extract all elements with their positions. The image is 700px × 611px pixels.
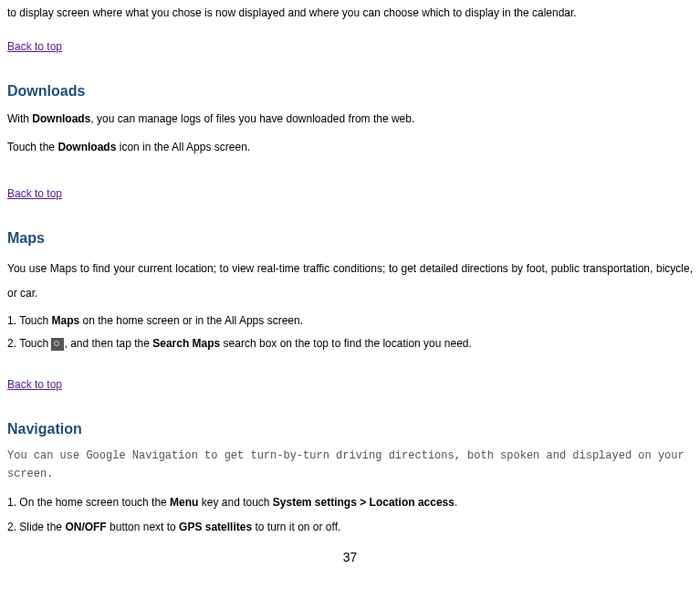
text: 2. Slide the xyxy=(7,521,65,533)
text: icon in the All Apps screen. xyxy=(116,141,250,153)
back-to-top-link-2[interactable]: Back to top xyxy=(7,185,62,203)
navigation-description: You can use Google Navigation to get tur… xyxy=(7,448,693,482)
navigation-heading: Navigation xyxy=(7,417,693,441)
text: 2. Touch xyxy=(7,337,51,350)
downloads-heading: Downloads xyxy=(7,79,693,103)
navigation-step-2: 2. Slide the ON/OFF button next to GPS s… xyxy=(7,519,693,536)
intro-continuation: to display screen where what you chose i… xyxy=(7,5,693,22)
downloads-bold: Downloads xyxy=(57,141,116,153)
downloads-paragraph-1: With Downloads, you can manage logs of f… xyxy=(7,111,693,128)
text: to turn it on or off. xyxy=(252,521,340,533)
back-to-top-link-3[interactable]: Back to top xyxy=(7,376,62,394)
path-bold: System settings > Location access xyxy=(273,496,454,509)
maps-heading: Maps xyxy=(7,226,693,250)
text: on the home screen or in the All Apps sc… xyxy=(79,314,303,327)
search-icon xyxy=(51,338,64,351)
text: key and touch xyxy=(198,496,272,509)
text: 1. On the home screen touch the xyxy=(7,496,170,509)
text: With xyxy=(7,112,32,125)
text: Touch the xyxy=(7,141,57,153)
maps-bold: Maps xyxy=(51,314,79,327)
menu-bold: Menu xyxy=(170,496,198,509)
page-number: 37 xyxy=(7,547,693,567)
search-maps-bold: Search Maps xyxy=(152,337,220,350)
onoff-bold: ON/OFF xyxy=(65,521,106,533)
text: . xyxy=(454,496,457,509)
downloads-paragraph-2: Touch the Downloads icon in the All Apps… xyxy=(7,139,693,156)
text: , you can manage logs of files you have … xyxy=(90,112,414,125)
text: button next to xyxy=(107,521,179,533)
text: 1. Touch xyxy=(7,314,51,327)
downloads-bold: Downloads xyxy=(32,112,90,125)
gps-bold: GPS satellites xyxy=(179,521,252,533)
maps-step-1: 1. Touch Maps on the home screen or in t… xyxy=(7,312,693,330)
maps-step-2: 2. Touch , and then tap the Search Maps … xyxy=(7,335,693,353)
text: search box on the top to find the locati… xyxy=(220,337,472,350)
text: , and then tap the xyxy=(64,337,152,350)
maps-intro: You use Maps to find your current locati… xyxy=(7,257,693,305)
navigation-step-1: 1. On the home screen touch the Menu key… xyxy=(7,494,693,511)
back-to-top-link-1[interactable]: Back to top xyxy=(7,38,62,56)
